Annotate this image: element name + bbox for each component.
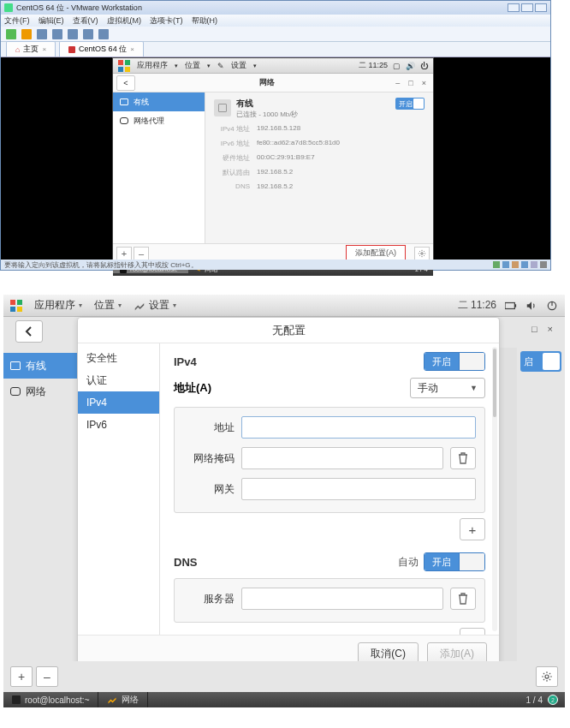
task-label: 网络 xyxy=(122,694,139,706)
connection-toggle[interactable]: 开启 xyxy=(395,98,425,110)
activities-icon[interactable] xyxy=(118,60,130,72)
dlg-tab-ipv4[interactable]: IPv4 xyxy=(78,391,159,414)
topbar-places[interactable]: 位置 xyxy=(185,60,200,71)
battery-icon xyxy=(505,300,517,312)
menu-file[interactable]: 文件(F) xyxy=(4,15,30,27)
device-icon[interactable] xyxy=(521,261,528,268)
close-icon[interactable]: × xyxy=(42,45,46,53)
add-address-button[interactable]: + xyxy=(460,518,485,540)
maximize-button[interactable] xyxy=(521,3,533,12)
proxy-icon xyxy=(120,117,128,124)
guest-screen: 应用程序▾ 位置▾ ✎ 设置▾ 二 11:25 ▢ 🔊 ⏻ < 网络 – □ × xyxy=(1,57,550,260)
connection-toggle[interactable]: 启 xyxy=(520,351,561,372)
select-value: 手动 xyxy=(418,381,438,396)
vmware-titlebar: CentOS 64 位 - VMware Workstation xyxy=(1,1,550,15)
add-dns-button[interactable]: + xyxy=(460,628,485,635)
display-icon xyxy=(10,361,21,370)
menu-view[interactable]: 查看(V) xyxy=(73,15,98,27)
topbar-time: 二 11:25 xyxy=(359,60,388,71)
dlg-tab-security[interactable]: 安全性 xyxy=(78,347,159,369)
power-icon[interactable] xyxy=(546,300,558,312)
sidebar-item-proxy[interactable]: 网络 xyxy=(3,379,77,404)
back-button[interactable] xyxy=(15,320,43,343)
tool-icon[interactable] xyxy=(98,29,109,39)
volume-icon[interactable] xyxy=(525,300,537,312)
sidebar-item-wired[interactable]: 有线 xyxy=(113,92,205,111)
dns-auto-toggle[interactable]: 开启 xyxy=(424,552,485,571)
minimize-button[interactable] xyxy=(508,3,520,12)
tab-guest[interactable]: CentOS 64 位 × xyxy=(59,41,144,57)
workspace-pager[interactable]: 1 / 4 xyxy=(526,695,543,705)
power-icon[interactable]: ⏻ xyxy=(420,62,428,70)
tool-icon[interactable] xyxy=(68,29,78,39)
close-icon[interactable]: × xyxy=(422,79,426,87)
address-mode-select[interactable]: 手动 ▼ xyxy=(410,378,485,398)
menu-help[interactable]: 帮助(H) xyxy=(192,15,218,27)
delete-address-button[interactable] xyxy=(450,447,476,469)
play-icon[interactable] xyxy=(6,29,16,39)
gear-button[interactable] xyxy=(536,666,558,687)
tool-icon[interactable] xyxy=(37,29,47,39)
close-icon[interactable]: × xyxy=(548,324,553,334)
device-icon[interactable] xyxy=(512,261,519,268)
gnome-desktop: 应用程序▾ 位置▾ 设置▾ 二 11:26 □ × xyxy=(3,295,565,707)
connection-status: 已连接 - 1000 Mb/秒 xyxy=(236,110,298,118)
dlg-tab-auth[interactable]: 认证 xyxy=(78,369,159,391)
close-icon[interactable]: × xyxy=(130,45,134,53)
dialog-sidebar: 安全性 认证 IPv4 IPv6 xyxy=(78,343,160,635)
menu-edit[interactable]: 编辑(E) xyxy=(39,15,64,27)
sidebar-item-proxy[interactable]: 网络代理 xyxy=(113,111,205,130)
vmware-statusbar: 要将输入定向到该虚拟机，请将鼠标指针移入其中或按 Ctrl+G。 xyxy=(1,260,550,270)
minimize-icon[interactable]: – xyxy=(395,79,400,87)
volume-icon[interactable]: 🔊 xyxy=(406,62,415,70)
menu-vm[interactable]: 虚拟机(M) xyxy=(107,15,142,27)
close-button[interactable] xyxy=(535,3,547,12)
tool-icon[interactable] xyxy=(83,29,93,39)
remove-profile-button[interactable]: – xyxy=(134,247,149,260)
topbar-settings[interactable]: 设置 xyxy=(231,60,246,71)
battery-icon: ▢ xyxy=(393,62,401,70)
settings-sidebar: 有线 网络代理 xyxy=(113,92,205,243)
menu-tabs[interactable]: 选项卡(T) xyxy=(150,15,183,27)
workspace-icon[interactable]: 2 xyxy=(548,695,558,705)
tab-home[interactable]: ⌂ 主页 × xyxy=(6,41,56,57)
dlg-tab-ipv6[interactable]: IPv6 xyxy=(78,414,159,436)
sidebar-item-label: 有线 xyxy=(26,359,46,373)
delete-dns-button[interactable] xyxy=(450,588,476,610)
remove-profile-button[interactable]: – xyxy=(36,666,58,687)
add-profile-button[interactable]: + xyxy=(10,666,33,687)
topbar-places[interactable]: 位置 xyxy=(94,298,115,313)
device-icon[interactable] xyxy=(502,261,509,268)
gnome-settings-window: 应用程序▾ 位置▾ ✎ 设置▾ 二 11:25 ▢ 🔊 ⏻ < 网络 – □ × xyxy=(112,57,434,261)
profile-dialog: 无配置 安全性 认证 IPv4 IPv6 IPv4 开启 xyxy=(77,317,500,675)
address-input[interactable] xyxy=(241,416,476,439)
task-terminal[interactable]: root@localhost:~ xyxy=(3,692,98,707)
back-button[interactable]: < xyxy=(116,75,135,91)
topbar-apps[interactable]: 应用程序 xyxy=(137,60,168,71)
device-icon[interactable] xyxy=(540,261,547,268)
address-block: 地址 网络掩码 网关 xyxy=(174,407,485,513)
add-profile-button[interactable]: + xyxy=(116,247,132,260)
maximize-icon[interactable]: □ xyxy=(408,79,413,87)
tool-icon[interactable] xyxy=(52,29,62,39)
vmware-menubar: 文件(F) 编辑(E) 查看(V) 虚拟机(M) 选项卡(T) 帮助(H) xyxy=(1,15,550,27)
device-icon[interactable] xyxy=(493,261,500,268)
gateway-input[interactable] xyxy=(241,478,476,500)
trash-icon xyxy=(458,593,468,605)
topbar-settings[interactable]: 设置 xyxy=(149,298,169,313)
sidebar-item-wired[interactable]: 有线 xyxy=(3,353,77,379)
right-strip: 启 xyxy=(517,348,565,675)
dns-server-input[interactable] xyxy=(241,588,443,610)
kv-val: fe80::ad62:a7d8:5cc5:81d0 xyxy=(257,139,340,148)
ethernet-icon xyxy=(214,99,231,116)
gear-button[interactable] xyxy=(414,247,430,260)
task-network[interactable]: 网络 xyxy=(98,692,148,707)
maximize-icon[interactable]: □ xyxy=(531,324,537,334)
topbar-apps[interactable]: 应用程序 xyxy=(34,298,75,313)
scrollbar[interactable] xyxy=(492,347,497,631)
device-icon[interactable] xyxy=(531,261,537,268)
pause-icon[interactable] xyxy=(21,29,32,39)
activities-icon[interactable] xyxy=(10,300,22,312)
ipv4-toggle[interactable]: 开启 xyxy=(424,352,485,371)
netmask-input[interactable] xyxy=(241,447,443,469)
